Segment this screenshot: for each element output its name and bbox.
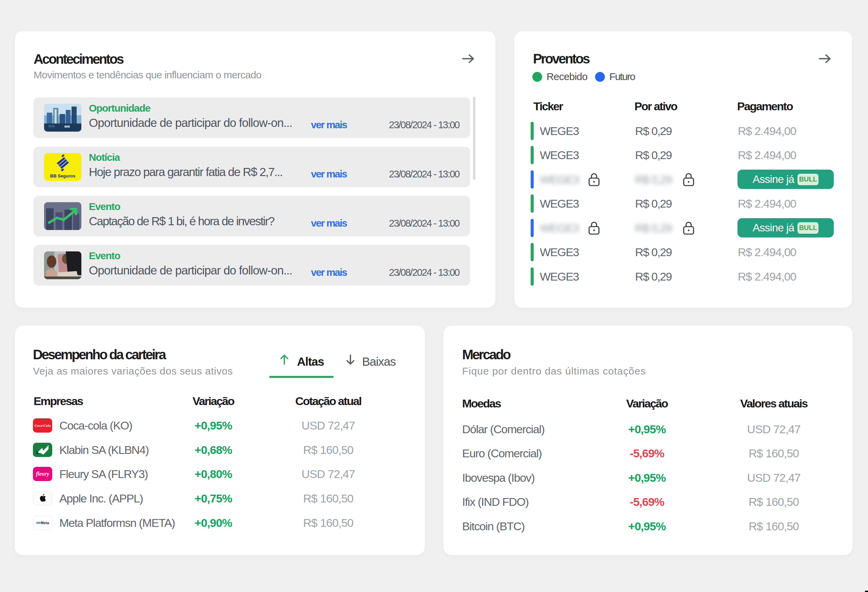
svg-text:BB Seguros: BB Seguros [50, 173, 75, 178]
